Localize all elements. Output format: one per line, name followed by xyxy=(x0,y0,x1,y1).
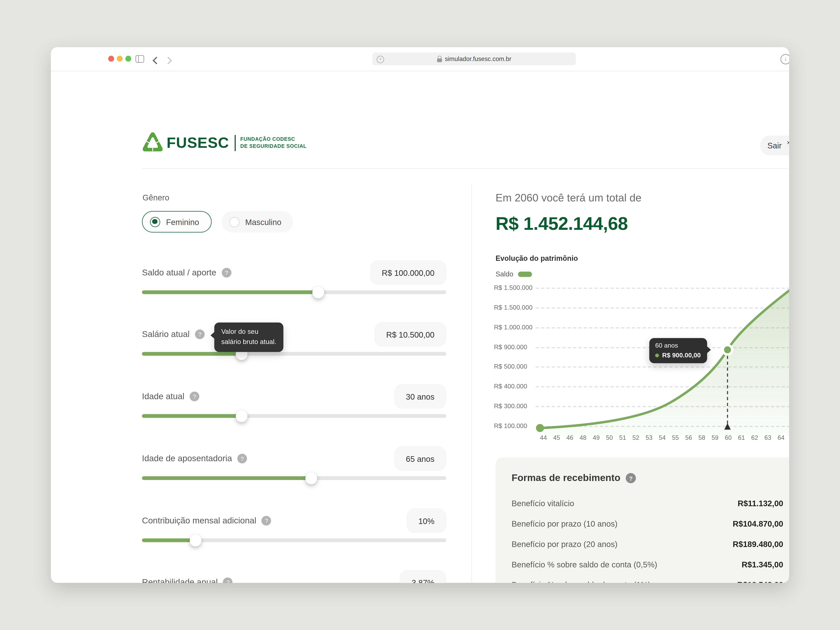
y-tick-label: R$ 500.000 xyxy=(494,363,527,371)
formas-title: Formas de recebimento ? xyxy=(512,473,636,484)
chart-x-axis: 4445464849505152535455565859606162636465 xyxy=(540,434,789,441)
address-bar[interactable]: + simulador.fusesc.com.br xyxy=(373,53,576,65)
slider-value-field[interactable]: R$ 10.500,00 xyxy=(374,322,446,347)
exit-button[interactable]: Sair ✕ xyxy=(760,136,789,155)
url-text: simulador.fusesc.com.br xyxy=(445,56,512,62)
slider-fill xyxy=(142,414,242,418)
fusesc-logo-icon xyxy=(142,132,163,155)
slider-idade-atual: Idade atual ? 30 anos xyxy=(142,384,446,409)
y-tick-label: R$ 900.000 xyxy=(494,343,527,351)
page-info-icon[interactable]: + xyxy=(377,56,384,63)
gender-option-masculino[interactable]: Masculino xyxy=(222,211,293,232)
lock-icon xyxy=(437,56,442,62)
salario-tooltip: Valor do seu salário bruto atual. xyxy=(214,323,283,352)
formas-rows: Benefício vitalícioR$11.132,00Benefício … xyxy=(512,493,783,583)
minimize-window-button[interactable] xyxy=(117,56,123,62)
legend-swatch xyxy=(518,272,532,277)
slider-track[interactable] xyxy=(142,352,446,356)
slider-thumb[interactable] xyxy=(235,410,247,422)
formas-row: Benefício vitalícioR$11.132,00 xyxy=(512,493,783,513)
x-tick-label: 52 xyxy=(632,434,639,441)
back-button[interactable] xyxy=(153,57,160,65)
formas-row: Benefício por prazo (20 anos)R$189.480,0… xyxy=(512,534,783,554)
gender-label: Gênero xyxy=(143,193,169,202)
downloads-icon[interactable]: ↓ xyxy=(781,54,789,65)
formas-row-value: R$12.548,00 xyxy=(737,580,783,583)
formas-card: Formas de recebimento ? Benefício vitalí… xyxy=(496,458,789,583)
chart-legend: Saldo xyxy=(496,270,532,278)
slider-value-field[interactable]: 65 anos xyxy=(394,446,446,471)
slider-value-field[interactable]: R$ 100.000,00 xyxy=(370,261,446,285)
column-divider xyxy=(471,184,472,583)
formas-row-value: R$189.480,00 xyxy=(733,539,783,548)
radio-selected-icon xyxy=(150,216,160,227)
slider-label: Saldo atual / aporte xyxy=(142,268,216,277)
y-tick-label: R$ 1.500.000 xyxy=(494,303,533,311)
chart-start-dot xyxy=(536,424,544,432)
close-icon: ✕ xyxy=(786,140,789,145)
slider-label: Rentabilidade anual xyxy=(142,578,218,583)
y-tick-label: R$ 400.000 xyxy=(494,383,527,390)
close-window-button[interactable] xyxy=(108,56,114,62)
x-tick-label: 46 xyxy=(567,434,573,441)
header-divider xyxy=(142,168,789,169)
gender-option-feminino[interactable]: Feminino xyxy=(142,211,212,232)
zoom-window-button[interactable] xyxy=(125,56,131,62)
formas-row: Benefício % sobre saldo de conta (1%)R$1… xyxy=(512,574,783,583)
help-icon[interactable]: ? xyxy=(222,268,231,277)
logo-divider xyxy=(234,135,235,151)
slider-fill xyxy=(142,476,311,480)
x-tick-label: 61 xyxy=(738,434,745,441)
legend-label: Saldo xyxy=(496,270,513,278)
slider-thumb[interactable] xyxy=(313,286,324,298)
slider-idade-aposentadoria: Idade de aposentadoria ? 65 anos xyxy=(142,446,446,471)
formas-row-label: Benefício por prazo (20 anos) xyxy=(512,539,617,548)
x-tick-label: 45 xyxy=(553,434,560,441)
formas-row: Benefício % sobre saldo de conta (0,5%)R… xyxy=(512,554,783,575)
help-icon[interactable]: ? xyxy=(223,578,233,583)
logo-text: FUSESC xyxy=(167,134,229,152)
x-tick-label: 63 xyxy=(764,434,771,441)
slider-thumb[interactable] xyxy=(189,534,201,546)
slider-value-field[interactable]: 3,87% xyxy=(400,570,446,583)
x-tick-label: 51 xyxy=(619,434,626,441)
slider-fill xyxy=(142,352,242,356)
help-icon[interactable]: ? xyxy=(237,454,247,463)
sidebar-toggle-icon[interactable] xyxy=(136,55,144,63)
x-tick-label: 50 xyxy=(606,434,613,441)
slider-track[interactable] xyxy=(142,476,446,480)
slider-rentabilidade: Rentabilidade anual ? 3,87% xyxy=(142,570,446,583)
help-icon[interactable]: ? xyxy=(626,473,636,483)
x-tick-label: 48 xyxy=(579,434,586,441)
x-tick-label: 58 xyxy=(698,434,705,441)
slider-label: Salário atual xyxy=(142,329,189,339)
formas-row: Benefício por prazo (10 anos)R$104.870,0… xyxy=(512,513,783,534)
y-tick-label: R$ 300.000 xyxy=(494,403,527,410)
x-tick-label: 53 xyxy=(646,434,652,441)
slider-track[interactable] xyxy=(142,538,446,542)
slider-track[interactable] xyxy=(142,291,446,294)
slider-saldo-atual: Saldo atual / aporte ? R$ 100.000,00 xyxy=(142,261,446,285)
slider-value-field[interactable]: 30 anos xyxy=(394,384,446,409)
tooltip-age: 60 anos xyxy=(655,342,678,349)
slider-thumb[interactable] xyxy=(305,472,317,484)
formas-row-value: R$104.870,00 xyxy=(733,519,783,528)
formas-row-label: Benefício % sobre saldo de conta (0,5%) xyxy=(512,560,657,569)
help-icon[interactable]: ? xyxy=(262,516,271,526)
radio-unselected-icon xyxy=(229,216,239,227)
gender-options: Feminino Masculino xyxy=(142,211,293,232)
slider-value-field[interactable]: 10% xyxy=(407,508,446,533)
x-tick-label: 54 xyxy=(659,434,666,441)
help-icon[interactable]: ? xyxy=(190,392,199,401)
browser-window: + simulador.fusesc.com.br ↓ + FUSESC F xyxy=(51,47,789,583)
help-icon[interactable]: ? xyxy=(195,329,205,339)
slider-track[interactable] xyxy=(142,414,446,418)
fusesc-logo: FUSESC FUNDAÇÃO CODESC DE SEGURIDADE SOC… xyxy=(142,132,306,155)
y-tick-label: R$ 1.000.000 xyxy=(494,324,533,331)
result-headline: Em 2060 você terá um total de xyxy=(496,192,642,204)
formas-row-value: R$11.132,00 xyxy=(737,498,783,508)
tooltip-value: R$ 900.00,00 xyxy=(662,351,701,359)
x-tick-label: 64 xyxy=(778,434,785,441)
forward-button[interactable] xyxy=(164,57,172,65)
formas-row-value: R$1.345,00 xyxy=(742,560,783,569)
